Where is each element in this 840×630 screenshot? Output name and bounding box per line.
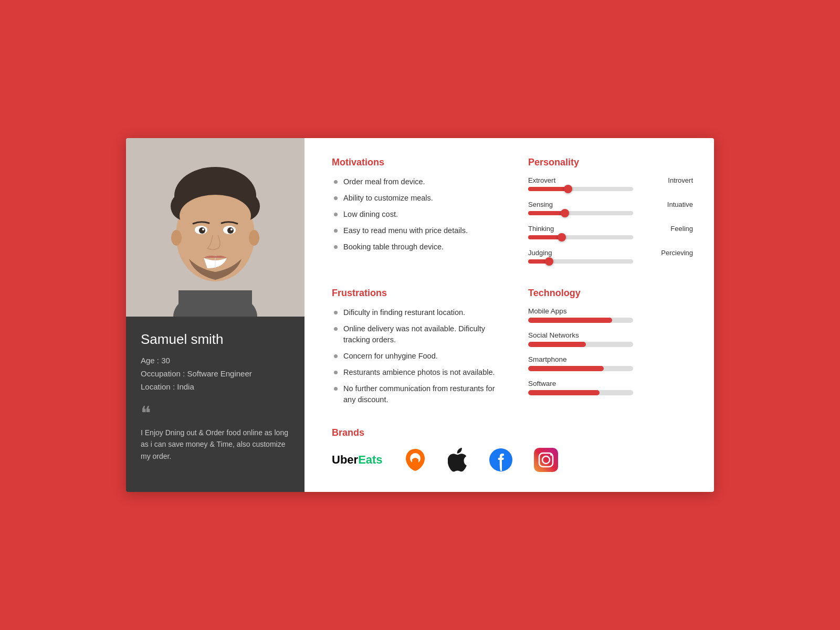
quote-text: I Enjoy Dning out & Order food online as…: [141, 427, 290, 462]
slider-thumb: [558, 233, 566, 242]
svg-rect-2: [178, 290, 252, 317]
frustration-item: Online delivery was not available. Dific…: [332, 323, 497, 345]
trait-left: Sensing: [528, 201, 553, 208]
brand-apple: [448, 448, 468, 472]
svg-point-7: [180, 195, 251, 237]
tech-label: Software: [528, 380, 693, 387]
slider-track: [528, 211, 633, 215]
technology-title: Technology: [528, 288, 693, 299]
motivation-item: Order meal from device.: [332, 176, 497, 187]
tech-row: Mobile Apps: [528, 307, 693, 323]
trait-right: Introvert: [668, 176, 693, 184]
avatar: [126, 138, 304, 317]
svg-point-11: [227, 227, 234, 234]
left-panel: Samuel smith Age : 30 Occupation : Softw…: [126, 138, 304, 492]
profile-info: Samuel smith Age : 30 Occupation : Softw…: [126, 317, 304, 492]
svg-point-21: [550, 454, 552, 456]
tech-bar-fill: [528, 318, 612, 323]
slider-fill: [528, 235, 562, 239]
trait-left: Judging: [528, 249, 552, 257]
brands-row: Uber Eats: [332, 447, 693, 473]
trait-left: Extrovert: [528, 176, 555, 184]
slider-track: [528, 235, 633, 239]
trait-right: Feeling: [670, 225, 693, 233]
tech-label: Social Networks: [528, 331, 693, 339]
tech-bars: Mobile AppsSocial NetworksSmartphoneSoft…: [528, 307, 693, 395]
personality-row: SensingIntuative: [528, 201, 693, 215]
tech-label: Smartphone: [528, 355, 693, 363]
svg-point-13: [230, 228, 233, 230]
personality-row: ThinkingFeeling: [528, 225, 693, 239]
frustration-item: No further communication from resturants…: [332, 383, 497, 405]
brand-swiggy: [404, 447, 427, 473]
motivation-item: Easy to read menu with price details.: [332, 225, 497, 236]
tech-bar-fill: [528, 342, 586, 347]
trait-right: Intuative: [667, 201, 693, 208]
brand-facebook: [489, 448, 513, 472]
tech-label: Mobile Apps: [528, 307, 693, 315]
frustrations-section: Frustrations Dificulty in finding restur…: [332, 288, 497, 411]
motivations-section: Motivations Order meal from device.Abili…: [332, 157, 497, 273]
personality-section: Personality ExtrovertIntrovertSensingInt…: [528, 157, 693, 273]
brand-instagram: [534, 448, 558, 472]
svg-point-14: [171, 230, 182, 246]
technology-section: Technology Mobile AppsSocial NetworksSma…: [528, 288, 693, 411]
slider-track: [528, 187, 633, 191]
motivations-list: Order meal from device.Ability to custom…: [332, 176, 497, 253]
tech-row: Social Networks: [528, 331, 693, 347]
slider-fill: [528, 187, 568, 191]
slider-track: [528, 259, 633, 264]
motivations-title: Motivations: [332, 157, 497, 168]
svg-point-12: [202, 228, 204, 230]
tech-bar-track: [528, 366, 633, 371]
profile-occupation: Occupation : Software Engineer: [141, 369, 290, 378]
trait-right: Percieving: [661, 249, 693, 257]
frustration-item: Resturants ambience photos is not availa…: [332, 367, 497, 378]
profile-location: Location : India: [141, 382, 290, 391]
motivation-item: Ability to customize meals.: [332, 193, 497, 204]
tech-bar-track: [528, 318, 633, 323]
frustration-item: Dificulty in finding resturant location.: [332, 307, 497, 318]
slider-thumb: [545, 257, 553, 266]
tech-bar-track: [528, 342, 633, 347]
profile-name: Samuel smith: [141, 331, 290, 348]
tech-row: Software: [528, 380, 693, 395]
motivation-item: Low dining cost.: [332, 209, 497, 220]
svg-point-10: [199, 227, 205, 234]
personality-title: Personality: [528, 157, 693, 168]
profile-card: Samuel smith Age : 30 Occupation : Softw…: [126, 138, 714, 492]
brand-uber-eats: Uber Eats: [332, 453, 383, 467]
brands-section: Brands Uber Eats: [332, 427, 693, 473]
brands-title: Brands: [332, 427, 693, 438]
tech-bar-fill: [528, 390, 600, 395]
slider-fill: [528, 211, 565, 215]
frustrations-title: Frustrations: [332, 288, 497, 299]
personality-row: JudgingPercieving: [528, 249, 693, 264]
motivation-item: Booking table through device.: [332, 242, 497, 253]
frustrations-list: Dificulty in finding resturant location.…: [332, 307, 497, 405]
slider-thumb: [564, 185, 572, 193]
quote-block: ❝ I Enjoy Dning out & Order food online …: [141, 404, 290, 462]
svg-rect-18: [534, 448, 558, 472]
svg-point-15: [249, 230, 259, 246]
slider-thumb: [561, 209, 569, 217]
trait-left: Thinking: [528, 225, 554, 233]
frustration-item: Concern for unhygine Food.: [332, 351, 497, 362]
tech-row: Smartphone: [528, 355, 693, 371]
right-panel: Motivations Order meal from device.Abili…: [304, 138, 714, 492]
profile-age: Age : 30: [141, 356, 290, 365]
quote-mark: ❝: [141, 404, 290, 423]
personality-row: ExtrovertIntrovert: [528, 176, 693, 191]
tech-bar-fill: [528, 366, 604, 371]
personality-traits: ExtrovertIntrovertSensingIntuativeThinki…: [528, 176, 693, 264]
tech-bar-track: [528, 390, 633, 395]
